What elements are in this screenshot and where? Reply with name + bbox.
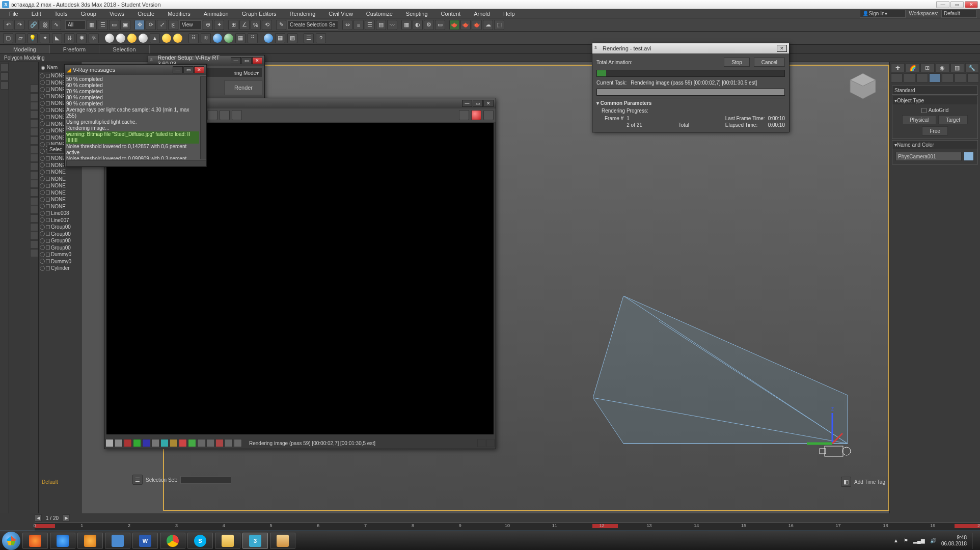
vray-min-button[interactable]: — bbox=[173, 66, 183, 73]
se-filter2-icon[interactable] bbox=[30, 93, 38, 101]
se-filter11-icon[interactable] bbox=[30, 171, 38, 179]
schematic-icon[interactable]: ▦ bbox=[401, 20, 412, 30]
rotate-icon[interactable]: ⟳ bbox=[146, 20, 156, 30]
time-slider[interactable]: ◀ 1 / 20 ▶ bbox=[35, 513, 980, 522]
scene-row[interactable]: NONE bbox=[39, 189, 81, 197]
show-desktop-button[interactable] bbox=[972, 533, 976, 549]
scene-row[interactable]: Line007 bbox=[39, 217, 81, 224]
pivot-icon[interactable]: ⊕ bbox=[203, 20, 213, 30]
align-icon[interactable]: ≡ bbox=[353, 20, 364, 30]
key-range-mid[interactable] bbox=[592, 524, 618, 528]
sky-icon[interactable] bbox=[173, 34, 182, 43]
vfb-sb7-icon[interactable] bbox=[160, 439, 169, 447]
cmd-tab-motion-icon[interactable]: ◉ bbox=[936, 63, 949, 72]
render-iterative-icon[interactable]: 🫖 bbox=[460, 20, 471, 30]
tray-network-icon[interactable]: ▂▄▆ bbox=[913, 538, 925, 543]
unlink-icon[interactable]: ⛓ bbox=[40, 20, 50, 30]
se-filter18-icon[interactable] bbox=[30, 232, 38, 240]
rollout-header-nc[interactable]: ▾ Name and Color bbox=[892, 141, 977, 149]
se-filter17-icon[interactable] bbox=[30, 223, 38, 231]
ribbon-tab-selection[interactable]: Selection bbox=[99, 45, 149, 53]
redo-icon[interactable]: ↷ bbox=[14, 20, 24, 30]
se-filter19-icon[interactable] bbox=[30, 240, 38, 249]
menu-civilview[interactable]: Civil View bbox=[322, 10, 359, 18]
rollout-header[interactable]: ▾ Object Type bbox=[892, 96, 977, 104]
vfb-sb1-icon[interactable] bbox=[105, 439, 114, 447]
cmd-tab-hierarchy-icon[interactable]: ⊞ bbox=[920, 63, 934, 72]
vray-max-button[interactable]: ▭ bbox=[183, 66, 194, 73]
particle-icon[interactable]: ⠿ bbox=[188, 33, 199, 43]
menu-file[interactable]: File bbox=[3, 10, 24, 18]
scene-row[interactable]: Group00 bbox=[39, 244, 81, 252]
scene-row[interactable]: Group00 bbox=[39, 231, 81, 238]
blob-icon[interactable] bbox=[213, 34, 222, 43]
vl3-icon[interactable] bbox=[1, 81, 9, 90]
se-filter4-icon[interactable] bbox=[30, 111, 38, 119]
manip-icon[interactable]: ✦ bbox=[214, 20, 224, 30]
vfb-sb13-icon[interactable] bbox=[215, 439, 224, 447]
globe-icon[interactable] bbox=[264, 34, 273, 43]
se-filter3-icon[interactable] bbox=[30, 102, 38, 110]
select-name-icon[interactable]: ☰ bbox=[98, 20, 108, 30]
tray-flag-icon[interactable]: ⚑ bbox=[904, 538, 908, 543]
se-filter9-icon[interactable] bbox=[30, 154, 38, 162]
menu-help[interactable]: Help bbox=[497, 10, 521, 18]
menu-create[interactable]: Create bbox=[131, 10, 160, 18]
scene-row[interactable]: Dummy0 bbox=[39, 251, 81, 258]
vray-messages-window[interactable]: ◢V-Ray messages —▭✕ 50 % completed60 % c… bbox=[64, 64, 207, 167]
menu-rendering[interactable]: Rendering bbox=[284, 10, 322, 18]
task-explorer[interactable] bbox=[215, 533, 240, 549]
tray-volume-icon[interactable]: 🔊 bbox=[930, 538, 936, 543]
vfb-sb8-icon[interactable] bbox=[170, 439, 178, 447]
menu-modifiers[interactable]: Modifiers bbox=[161, 10, 197, 18]
vfb-sb14-icon[interactable] bbox=[225, 439, 233, 447]
object-name-input[interactable]: PhysCamera001 bbox=[895, 152, 962, 161]
cat-geometry-icon[interactable] bbox=[891, 73, 903, 82]
cmd-tab-display-icon[interactable]: ▥ bbox=[950, 63, 964, 72]
close-button[interactable]: ✕ bbox=[965, 1, 978, 8]
menu-tools[interactable]: Tools bbox=[48, 10, 74, 18]
se-filter16-icon[interactable] bbox=[30, 214, 38, 223]
render-cloud-icon[interactable]: ☁ bbox=[483, 20, 493, 30]
task-mail[interactable] bbox=[105, 533, 130, 549]
sphere-yellow-icon[interactable] bbox=[127, 34, 137, 43]
vfb-sbr2-icon[interactable] bbox=[486, 439, 495, 447]
render-online-icon[interactable]: ⬚ bbox=[494, 20, 504, 30]
rs-max-button[interactable]: ▭ bbox=[241, 57, 252, 64]
render-prod-icon[interactable]: 🫖 bbox=[449, 20, 459, 30]
bind-icon[interactable]: ∿ bbox=[51, 20, 61, 30]
refcoord-dropdown[interactable]: View bbox=[179, 20, 202, 30]
move-icon[interactable]: ✥ bbox=[134, 20, 145, 30]
toggle-ribbon-icon[interactable]: ▤ bbox=[376, 20, 386, 30]
mirror-icon[interactable]: ⇔ bbox=[342, 20, 352, 30]
task-chrome[interactable] bbox=[160, 533, 185, 549]
rd-close-button[interactable]: ✕ bbox=[777, 45, 787, 52]
vfb-sb9-icon[interactable] bbox=[179, 439, 187, 447]
se-filter7-icon[interactable] bbox=[30, 136, 38, 145]
scale-icon[interactable]: ⤢ bbox=[157, 20, 167, 30]
menu-animation[interactable]: Animation bbox=[198, 10, 235, 18]
cat-helpers-icon[interactable] bbox=[942, 73, 954, 82]
cmd-tab-create-icon[interactable]: ✚ bbox=[891, 63, 905, 72]
se-filter1-icon[interactable] bbox=[30, 85, 38, 93]
vfb-sb11-icon[interactable] bbox=[197, 439, 205, 447]
se-filter8-icon[interactable] bbox=[30, 145, 38, 153]
layers-icon[interactable]: ☰ bbox=[365, 20, 375, 30]
vfb-max-button[interactable]: ▭ bbox=[473, 100, 483, 107]
rendering-dialog[interactable]: 3Rendering - test.avi ✕ Total Animation:… bbox=[592, 43, 790, 132]
scene-row[interactable]: Group00 bbox=[39, 237, 81, 244]
cat-spacewarps-icon[interactable] bbox=[955, 73, 966, 82]
vfb-track-icon[interactable] bbox=[220, 110, 230, 120]
menu-customize[interactable]: Customize bbox=[360, 10, 399, 18]
cloth-icon[interactable]: ▦ bbox=[235, 33, 246, 43]
light-icon[interactable]: 💡 bbox=[28, 33, 38, 43]
vfb-sb6-icon[interactable] bbox=[151, 439, 159, 447]
task-skype[interactable]: S bbox=[187, 533, 213, 549]
camera-category-dropdown[interactable]: Standard bbox=[892, 86, 978, 95]
key-range-end[interactable] bbox=[955, 524, 980, 528]
vfb-min-button[interactable]: — bbox=[462, 100, 472, 107]
vray-log[interactable]: 50 % completed60 % completed70 % complet… bbox=[66, 76, 199, 159]
cat-lights-icon[interactable] bbox=[916, 73, 928, 82]
rendered-frame-icon[interactable]: ▭ bbox=[435, 20, 445, 30]
box-icon[interactable]: ▢ bbox=[3, 33, 13, 43]
